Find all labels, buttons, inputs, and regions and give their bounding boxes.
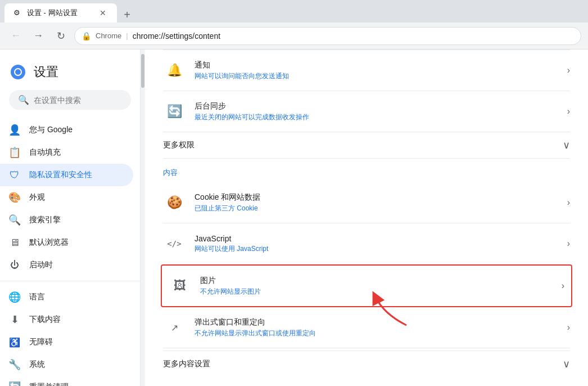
sidebar-item-autofill[interactable]: 📋 自动填充 [0,141,133,164]
forward-button[interactable]: → [29,27,47,45]
more-content-title: 更多内容设置 [163,359,210,369]
sidebar: 设置 🔍 👤 您与 Google 📋 自动填充 🛡 隐私设置和安全性 [0,50,141,386]
background-sync-item[interactable]: 🔄 后台同步 最近关闭的网站可以完成数据收发操作 › [163,91,570,132]
sidebar-item-label: 搜索引擎 [29,215,61,225]
sidebar-item-label: 启动时 [29,260,53,270]
popups-item[interactable]: ↗ 弹出式窗口和重定向 不允许网站显示弹出式窗口或使用重定向 › [163,307,570,348]
cookies-title: Cookie 和网站数据 [195,192,563,203]
sidebar-header: 设置 [0,59,140,90]
sidebar-item-downloads[interactable]: ⬇ 下载内容 [0,308,133,331]
sidebar-item-language[interactable]: 🌐 语言 [0,286,133,308]
tab-bar: ⚙ 设置 - 网站设置 ✕ + [0,0,588,23]
background-sync-arrow-icon: › [567,106,570,116]
search-bar[interactable]: 🔍 [9,90,131,110]
sidebar-item-label: 自动填充 [29,147,61,158]
cookies-icon: 🍪 [163,191,186,214]
notifications-text: 通知 网站可以询问能否向您发送通知 [195,60,563,81]
notifications-item[interactable]: 🔔 通知 网站可以询问能否向您发送通知 › [163,50,570,91]
language-icon: 🌐 [9,291,20,303]
sidebar-title: 设置 [34,64,58,80]
popups-title: 弹出式窗口和重定向 [195,317,563,327]
content-area: 🔔 通知 网站可以询问能否向您发送通知 › 🔄 后台同步 最近关闭的网站可以完成… [145,50,588,386]
shield-icon: 🛡 [9,169,20,181]
sidebar-item-label: 系统 [29,360,45,370]
notifications-title: 通知 [195,60,563,70]
sidebar-item-label: 默认浏览器 [29,237,69,248]
person-icon: 👤 [9,124,20,136]
sidebar-item-default-browser[interactable]: 🖥 默认浏览器 [0,231,133,254]
system-icon: 🔧 [9,359,20,370]
sidebar-item-google[interactable]: 👤 您与 Google [0,119,133,141]
sidebar-item-reset[interactable]: 🔄 重置并清理 [0,376,133,386]
sidebar-item-label: 外观 [29,192,45,203]
cookies-text: Cookie 和网站数据 已阻止第三方 Cookie [195,192,563,213]
content-section-header: 内容 [163,159,570,182]
cookies-desc: 已阻止第三方 Cookie [195,204,563,213]
sidebar-item-startup[interactable]: ⏻ 启动时 [0,254,133,276]
more-permissions-collapse[interactable]: 更多权限 ∨ [163,132,570,159]
page-body: 设置 🔍 👤 您与 Google 📋 自动填充 🛡 隐私设置和安全性 [0,50,588,386]
images-item[interactable]: 🖼 图片 不允许网站显示图片 › [161,264,572,307]
tab-close-button[interactable]: ✕ [98,8,108,18]
address-bar[interactable]: 🔒 Chrome | chrome://settings/content [74,27,581,45]
autofill-icon: 📋 [9,147,20,158]
appearance-icon: 🎨 [9,192,20,203]
more-content-settings[interactable]: 更多内容设置 ∨ [163,351,570,377]
sidebar-item-appearance[interactable]: 🎨 外观 [0,186,133,209]
popups-text: 弹出式窗口和重定向 不允许网站显示弹出式窗口或使用重定向 [195,317,563,338]
images-title: 图片 [200,276,557,286]
background-sync-text: 后台同步 最近关闭的网站可以完成数据收发操作 [195,101,563,122]
svg-point-2 [15,69,21,75]
chrome-logo-icon [9,63,27,81]
notifications-desc: 网站可以询问能否向您发送通知 [195,71,563,81]
active-tab[interactable]: ⚙ 设置 - 网站设置 ✕ [4,3,117,23]
images-text: 图片 不允许网站显示图片 [200,276,557,297]
sidebar-item-system[interactable]: 🔧 系统 [0,353,133,376]
sync-icon: 🔄 [163,100,186,123]
search-input[interactable] [34,96,122,105]
cookies-arrow-icon: › [567,198,570,208]
javascript-title: JavaScript [195,234,563,243]
sidebar-item-label: 无障碍 [29,337,53,347]
sidebar-item-search[interactable]: 🔍 搜索引擎 [0,209,133,231]
browser-icon: 🖥 [9,237,20,248]
javascript-desc: 网站可以使用 JavaScript [195,244,563,254]
popups-arrow-icon: › [567,322,570,333]
search-icon: 🔍 [18,95,29,105]
sidebar-item-label: 隐私设置和安全性 [29,170,92,180]
main-content: 🔔 通知 网站可以询问能否向您发送通知 › 🔄 后台同步 最近关闭的网站可以完成… [145,50,588,386]
address-separator: | [126,32,128,40]
javascript-item[interactable]: </> JavaScript 网站可以使用 JavaScript › [163,223,570,264]
javascript-text: JavaScript 网站可以使用 JavaScript [195,234,563,254]
sidebar-item-label: 语言 [29,292,45,302]
sidebar-item-privacy[interactable]: 🛡 隐私设置和安全性 [0,164,133,186]
cookies-item[interactable]: 🍪 Cookie 和网站数据 已阻止第三方 Cookie › [163,182,570,223]
startup-icon: ⏻ [9,259,20,271]
refresh-button[interactable]: ↻ [52,27,70,45]
more-permissions-chevron-icon: ∨ [563,139,570,151]
javascript-icon: </> [163,232,186,255]
popups-icon: ↗ [163,316,186,339]
notifications-arrow-icon: › [567,65,570,75]
back-button[interactable]: ← [7,27,25,45]
sidebar-scrollbar-thumb [141,54,144,88]
browser-frame: ⚙ 设置 - 网站设置 ✕ + ← → ↻ 🔒 Chrome | chrome:… [0,0,588,386]
popups-desc: 不允许网站显示弹出式窗口或使用重定向 [195,329,563,338]
address-url: chrome://settings/content [133,32,220,41]
images-desc: 不允许网站显示图片 [200,287,557,297]
notifications-icon: 🔔 [163,59,186,82]
accessibility-icon: ♿ [9,336,20,348]
sidebar-item-label: 重置并清理 [29,382,69,386]
download-icon: ⬇ [9,314,20,325]
background-sync-desc: 最近关闭的网站可以完成数据收发操作 [195,113,563,122]
reset-icon: 🔄 [9,381,20,386]
background-sync-title: 后台同步 [195,101,563,111]
new-tab-button[interactable]: + [119,7,135,23]
javascript-arrow-icon: › [567,239,570,249]
more-permissions-title: 更多权限 [163,140,195,150]
sidebar-scrollbar[interactable] [141,50,145,386]
sidebar-item-accessibility[interactable]: ♿ 无障碍 [0,331,133,353]
tab-favicon-icon: ⚙ [13,8,22,17]
address-chrome-label: Chrome [96,32,121,40]
images-icon: 🖼 [169,275,191,297]
